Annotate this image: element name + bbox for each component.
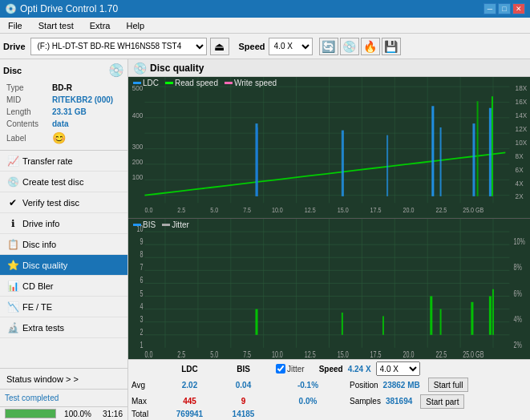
- minimize-button[interactable]: ─: [483, 3, 496, 14]
- nav-verify-test-disc[interactable]: ✔ Verify test disc: [0, 192, 127, 213]
- menu-extra[interactable]: Extra: [85, 19, 115, 32]
- ldc-label: LDC: [143, 79, 159, 87]
- progress-percent: 100.0%: [59, 410, 91, 418]
- write-speed-label: Write speed: [234, 79, 277, 87]
- right-panel: 💿 Disc quality LDC Read speed: [128, 59, 530, 420]
- fe-te-icon: 📉: [6, 301, 19, 313]
- speed-label: Speed: [239, 42, 265, 51]
- svg-text:12.5: 12.5: [305, 349, 316, 359]
- svg-text:5.0: 5.0: [210, 207, 219, 215]
- nav-disc-info[interactable]: 📋 Disc info: [0, 234, 127, 255]
- svg-text:2: 2: [140, 327, 143, 337]
- svg-text:7.5: 7.5: [243, 207, 252, 215]
- nav-fe-te[interactable]: 📉 FE / TE: [0, 297, 127, 317]
- svg-text:10.0: 10.0: [272, 349, 283, 359]
- jitter-checkbox[interactable]: [276, 364, 285, 374]
- progress-bar-container: [5, 409, 56, 418]
- nav-drive-info[interactable]: ℹ Drive info: [0, 213, 127, 234]
- svg-text:5.0: 5.0: [210, 349, 218, 359]
- save-button[interactable]: 💾: [382, 38, 401, 55]
- menu-file[interactable]: File: [3, 19, 27, 32]
- svg-text:7.5: 7.5: [243, 349, 251, 359]
- nav-create-test-disc-label: Create test disc: [22, 177, 83, 187]
- position-label: Position: [350, 381, 378, 390]
- start-full-button[interactable]: Start full: [428, 378, 469, 392]
- chart-bottom: BIS Jitter: [128, 219, 530, 360]
- bis-dot: [133, 224, 141, 226]
- speed-select-stats[interactable]: 4.0 X: [376, 361, 420, 376]
- svg-text:4: 4: [140, 301, 143, 311]
- nav-disc-quality[interactable]: ⭐ Disc quality: [0, 255, 127, 276]
- drive-select[interactable]: (F:) HL-DT-ST BD-RE WH16NS58 TST4: [30, 38, 207, 55]
- burn-button[interactable]: 🔥: [361, 38, 380, 55]
- disc-button[interactable]: 💿: [340, 38, 359, 55]
- svg-rect-51: [472, 123, 475, 196]
- svg-rect-108: [489, 296, 492, 334]
- nav-extra-tests[interactable]: 🔬 Extra tests: [0, 317, 127, 338]
- chart-header-title: Disc quality: [150, 63, 204, 74]
- progress-area: Test completed: [0, 389, 127, 406]
- maximize-button[interactable]: □: [498, 3, 511, 14]
- chart-header-icon: 💿: [133, 62, 147, 75]
- svg-text:20.0: 20.0: [403, 207, 415, 215]
- refresh-button[interactable]: 🔄: [319, 38, 338, 55]
- eject-button[interactable]: ⏏: [210, 38, 229, 55]
- svg-text:2X: 2X: [516, 192, 524, 201]
- total-bis: 14185: [217, 410, 269, 418]
- svg-rect-49: [431, 106, 434, 196]
- nav-transfer-rate-label: Transfer rate: [22, 156, 73, 166]
- nav-create-test-disc[interactable]: 💿 Create test disc: [0, 172, 127, 192]
- write-speed-dot: [225, 82, 233, 84]
- svg-text:5: 5: [140, 289, 143, 298]
- legend-read-speed: Read speed: [165, 79, 218, 87]
- svg-text:9: 9: [140, 236, 143, 246]
- svg-text:7: 7: [140, 263, 143, 273]
- status-text: Test completed: [5, 394, 59, 402]
- svg-rect-54: [492, 96, 493, 196]
- status-window-button[interactable]: Status window > >: [0, 368, 127, 389]
- svg-text:0.0: 0.0: [144, 207, 153, 215]
- close-button[interactable]: ✕: [512, 3, 525, 14]
- nav-cd-bler[interactable]: 📊 CD Bler: [0, 276, 127, 297]
- svg-text:0.0: 0.0: [144, 349, 152, 359]
- legend-write-speed: Write speed: [225, 79, 277, 87]
- speed-select[interactable]: 4.0 X: [269, 38, 313, 55]
- menu-start-test[interactable]: Start test: [34, 19, 79, 32]
- svg-text:10%: 10%: [514, 236, 525, 246]
- svg-rect-53: [489, 108, 492, 196]
- read-speed-dot: [165, 82, 173, 84]
- svg-text:14X: 14X: [516, 111, 528, 119]
- progress-bar-fill: [6, 410, 55, 418]
- chart-bottom-svg: 10 9 8 7 6 5 4 3 2 1 10% 8% 6% 4% 2%: [128, 219, 530, 360]
- jitter-label-legend: Jitter: [172, 220, 189, 229]
- disc-info-table: Type BD-R MID RITEKBR2 (000) Length 23.3…: [3, 81, 124, 147]
- titlebar: 💿 Opti Drive Control 1.70 ─ □ ✕: [0, 0, 530, 18]
- max-bis: 9: [217, 397, 269, 406]
- avg-bis: 0.04: [217, 381, 269, 390]
- avg-jitter: -0.1%: [276, 381, 340, 390]
- stats-footer: LDC BIS Jitter Speed 4.24 X 4.0 X Avg 2.…: [128, 359, 530, 420]
- nav-cd-bler-label: CD Bler: [22, 281, 54, 291]
- nav-transfer-rate[interactable]: 📈 Transfer rate: [0, 151, 127, 172]
- max-label: Max: [131, 397, 162, 406]
- type-label: Type: [5, 83, 49, 93]
- start-part-button[interactable]: Start part: [420, 394, 464, 409]
- svg-rect-109: [492, 289, 494, 334]
- svg-rect-104: [382, 316, 384, 334]
- svg-text:3: 3: [140, 314, 143, 324]
- progress-bar-row: 100.0% 31:16: [0, 406, 127, 420]
- svg-rect-102: [255, 309, 257, 334]
- svg-rect-46: [257, 127, 258, 196]
- menubar: File Start test Extra Help: [0, 18, 530, 34]
- nav-items: 📈 Transfer rate 💿 Create test disc ✔ Ver…: [0, 151, 127, 368]
- svg-text:1: 1: [140, 340, 143, 349]
- svg-text:8: 8: [140, 249, 143, 259]
- ldc-col-header: LDC: [164, 365, 216, 374]
- contents-value: data: [51, 119, 123, 129]
- svg-rect-103: [342, 313, 343, 335]
- disc-quality-icon: ⭐: [6, 260, 19, 271]
- svg-text:6: 6: [140, 276, 143, 285]
- nav-disc-quality-label: Disc quality: [22, 260, 67, 270]
- chart-top-legend: LDC Read speed Write speed: [133, 79, 277, 87]
- menu-help[interactable]: Help: [121, 19, 149, 32]
